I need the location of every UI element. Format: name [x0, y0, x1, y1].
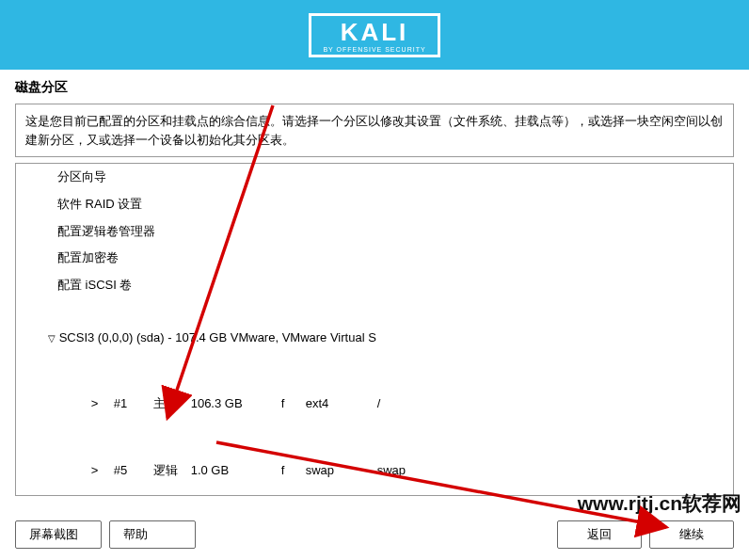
row-size: 106.3 GB	[191, 394, 281, 414]
menu-guided[interactable]: 分区向导	[16, 164, 733, 191]
row-type: 主	[153, 394, 191, 414]
description-text: 这是您目前已配置的分区和挂载点的综合信息。请选择一个分区以修改其设置（文件系统、…	[15, 104, 734, 157]
help-button[interactable]: 帮助	[109, 520, 196, 549]
menu-iscsi[interactable]: 配置 iSCSI 卷	[16, 272, 733, 299]
page-title: 磁盘分区	[0, 70, 749, 104]
logo-title: KALI	[323, 20, 425, 44]
row-mount: /	[377, 394, 381, 414]
row-type: 逻辑	[153, 461, 191, 481]
partition-list: 分区向导 软件 RAID 设置 配置逻辑卷管理器 配置加密卷 配置 iSCSI …	[15, 163, 734, 496]
partition-row-2[interactable]: >#5逻辑1.0 GBfswapswap	[16, 438, 733, 496]
header: KALI BY OFFENSIVE SECURITY	[0, 0, 749, 70]
row-marker: >	[91, 394, 114, 414]
row-num: #1	[114, 394, 153, 414]
screenshot-button[interactable]: 屏幕截图	[15, 520, 102, 549]
partition-row-1[interactable]: >#1主106.3 GBfext4/	[16, 371, 733, 437]
row-flag: f	[281, 461, 306, 481]
row-marker: >	[91, 461, 114, 481]
row-num: #5	[114, 461, 153, 481]
row-fs: swap	[306, 461, 377, 481]
row-flag: f	[281, 394, 306, 414]
row-size: 1.0 GB	[191, 461, 281, 481]
logo-subtitle: BY OFFENSIVE SECURITY	[323, 46, 425, 53]
footer-right: 返回 继续	[557, 520, 734, 549]
disk-header[interactable]: ▽SCSI3 (0,0,0) (sda) - 107.4 GB VMware, …	[16, 305, 733, 371]
main: 这是您目前已配置的分区和挂载点的综合信息。请选择一个分区以修改其设置（文件系统、…	[15, 104, 734, 496]
footer-left: 屏幕截图 帮助	[15, 520, 196, 549]
menu-raid[interactable]: 软件 RAID 设置	[16, 191, 733, 218]
menu-crypto[interactable]: 配置加密卷	[16, 245, 733, 272]
disk-header-text: SCSI3 (0,0,0) (sda) - 107.4 GB VMware, V…	[59, 330, 376, 344]
row-mount: swap	[377, 461, 406, 481]
row-fs: ext4	[306, 394, 377, 414]
chevron-down-icon: ▽	[46, 331, 57, 346]
footer: 屏幕截图 帮助 返回 继续	[15, 520, 734, 549]
logo: KALI BY OFFENSIVE SECURITY	[309, 13, 439, 57]
back-button[interactable]: 返回	[557, 520, 642, 549]
menu-lvm[interactable]: 配置逻辑卷管理器	[16, 218, 733, 246]
continue-button[interactable]: 继续	[649, 520, 734, 549]
